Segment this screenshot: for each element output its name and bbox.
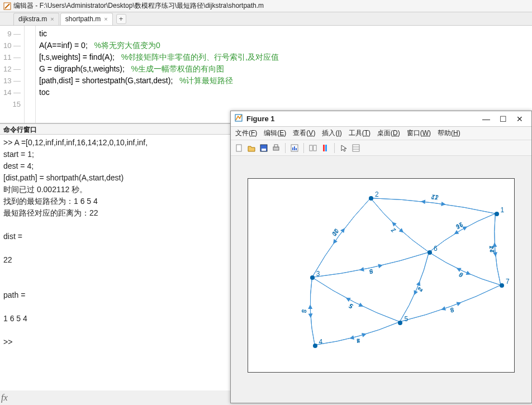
svg-rect-9: [294, 146, 295, 150]
figure-menu-item[interactable]: 工具(T): [349, 128, 370, 138]
graph-node-label: 1: [501, 206, 505, 214]
svg-rect-13: [323, 145, 325, 151]
tab-label: shortpath.m: [65, 15, 101, 23]
graph-node-label: 7: [506, 278, 510, 285]
fx-indicator: fx: [1, 393, 8, 403]
figure-title: Figure 1: [246, 115, 275, 123]
graph-node-label: 2: [375, 190, 379, 198]
svg-marker-33: [359, 267, 364, 271]
property-inspector-icon[interactable]: [351, 143, 361, 153]
figure-toolbar: [231, 140, 531, 156]
figure-menu-item[interactable]: 编辑(E): [264, 128, 286, 138]
graph-node-label: 5: [404, 315, 408, 323]
svg-rect-5: [273, 147, 279, 150]
graph-node-label: 4: [319, 338, 323, 346]
svg-rect-15: [353, 145, 359, 151]
close-button[interactable]: ✕: [511, 115, 528, 123]
svg-rect-2: [236, 145, 241, 151]
pointer-icon[interactable]: [339, 143, 349, 153]
minimize-button[interactable]: —: [478, 115, 495, 123]
command-window-title: 命令行窗口: [3, 126, 37, 134]
svg-rect-12: [314, 145, 316, 151]
tab-label: dijkstra.m: [18, 15, 47, 23]
figure-menu-item[interactable]: 帮助(H): [438, 128, 460, 138]
graph-node-label: 6: [434, 245, 438, 252]
editor-tab-strip: dijkstra.m × shortpath.m × +: [0, 12, 532, 26]
figure-icon: [234, 113, 243, 124]
edit-plot-icon[interactable]: [289, 143, 300, 153]
edge-weight: 14: [488, 245, 495, 252]
close-icon[interactable]: ×: [50, 16, 54, 22]
svg-marker-35: [349, 335, 354, 340]
line-number-gutter: 9 —10 —11 —12 —13 —14 —15: [0, 26, 25, 123]
svg-rect-10: [296, 148, 297, 150]
maximize-button[interactable]: ☐: [495, 115, 511, 123]
figure-axes[interactable]: 121216161414101077335566442288991234567: [248, 178, 515, 373]
svg-rect-8: [292, 147, 293, 150]
svg-marker-29: [308, 304, 312, 309]
close-icon[interactable]: ×: [104, 16, 107, 22]
insert-colorbar-icon[interactable]: [320, 143, 330, 153]
save-icon[interactable]: [259, 143, 269, 153]
graph-node: [495, 212, 499, 216]
figure-menu-item[interactable]: 文件(F): [235, 128, 257, 138]
figure-window[interactable]: Figure 1 — ☐ ✕ 文件(F)编辑(E)查看(V)插入(I)工具(T)…: [230, 111, 532, 403]
tab-dijkstra[interactable]: dijkstra.m ×: [13, 13, 59, 25]
figure-menu-bar: 文件(F)编辑(E)查看(V)插入(I)工具(T)桌面(D)窗口(W)帮助(H): [231, 127, 531, 140]
figure-menu-item[interactable]: 窗口(W): [407, 128, 431, 138]
figure-menu-item[interactable]: 查看(V): [293, 128, 315, 138]
svg-marker-25: [340, 228, 345, 233]
graph-node: [398, 321, 402, 325]
svg-marker-39: [441, 306, 446, 311]
figure-title-bar[interactable]: Figure 1 — ☐ ✕: [231, 111, 531, 127]
svg-rect-11: [310, 145, 312, 151]
link-plot-icon[interactable]: [308, 143, 318, 153]
edge-weight: 12: [431, 193, 439, 201]
tab-add-button[interactable]: +: [116, 14, 126, 24]
new-file-icon[interactable]: [234, 143, 244, 153]
svg-marker-19: [441, 202, 445, 206]
code-area[interactable]: ticA(A==inf) = 0; %将无穷大值变为0[t,s,weights]…: [36, 26, 532, 123]
editor-title-bar: 编辑器 - F:\Users\Administrator\Desktop\数模程…: [0, 0, 532, 12]
open-file-icon[interactable]: [246, 143, 256, 153]
svg-rect-6: [274, 145, 278, 147]
editor-pane: 9 —10 —11 —12 —13 —14 —15 ticA(A==inf) =…: [0, 26, 532, 123]
graph-node: [313, 344, 317, 348]
editor-icon: [3, 2, 11, 10]
svg-rect-14: [325, 145, 327, 151]
figure-menu-item[interactable]: 桌面(D): [377, 128, 400, 138]
tab-shortpath[interactable]: shortpath.m ×: [60, 13, 113, 25]
edge-weight: 3: [301, 309, 307, 313]
figure-menu-item[interactable]: 插入(I): [322, 128, 341, 138]
graph-node-label: 3: [316, 270, 320, 278]
graph-node: [369, 196, 373, 201]
svg-rect-4: [262, 149, 266, 151]
print-icon[interactable]: [271, 143, 281, 153]
breakpoint-gutter[interactable]: [25, 26, 36, 123]
editor-title: 编辑器 - F:\Users\Administrator\Desktop\数模程…: [13, 1, 264, 11]
